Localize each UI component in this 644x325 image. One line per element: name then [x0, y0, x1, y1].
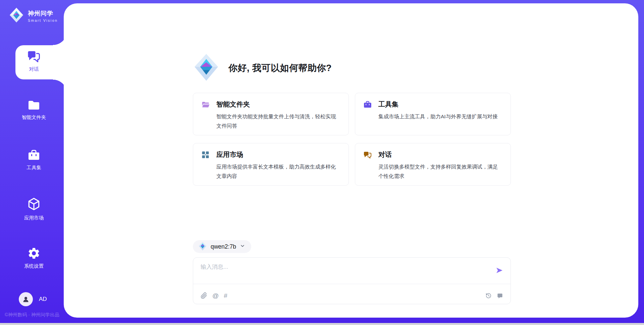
- composer-divider: [193, 284, 511, 284]
- brand-diamond-icon: [9, 7, 24, 24]
- user-name: AD: [39, 296, 47, 303]
- sidebar-item-toolkit[interactable]: 工具集: [13, 149, 54, 171]
- sidebar-item-label: 系统设置: [13, 263, 54, 269]
- greeting-title: 你好, 我可以如何帮助你?: [228, 62, 332, 74]
- brand-name: 神州问学: [28, 9, 58, 17]
- greeting-logo-icon: [193, 53, 220, 83]
- sidebar-item-chat[interactable]: 对话: [13, 50, 54, 72]
- send-icon: [495, 266, 503, 274]
- logo-diamond-icon: [198, 242, 207, 252]
- feature-cards: 智能文件夹 智能文件夹功能支持批量文件上传与清洗，轻松实现文件问答 工具集 集成…: [193, 93, 511, 186]
- folder-icon: [27, 99, 41, 113]
- briefcase-icon: [27, 149, 41, 163]
- sidebar-item-smart-folder[interactable]: 智能文件夹: [13, 99, 54, 121]
- sidebar-footer: ©神州数码 · 神州问学出品: [5, 312, 68, 318]
- send-button[interactable]: [495, 266, 504, 275]
- composer-toolbar: @ #: [201, 290, 503, 301]
- at-icon[interactable]: @: [212, 292, 219, 299]
- hash-icon[interactable]: #: [224, 292, 227, 299]
- person-icon: [22, 295, 30, 303]
- card-app-market[interactable]: 应用市场 应用市场提供丰富长文本模板，助力高效生成多样化文章内容: [193, 143, 349, 186]
- chat-icon: [27, 50, 41, 64]
- card-title: 对话: [378, 150, 498, 159]
- tab-curve-top: [53, 31, 68, 45]
- message-composer: @ #: [193, 257, 511, 304]
- gear-icon: [27, 247, 41, 261]
- card-description: 应用市场提供丰富长文本模板，助力高效生成多样化文章内容: [216, 162, 336, 181]
- grid-icon: [201, 151, 210, 185]
- card-toolkit[interactable]: 工具集 集成市场上主流工具，助力AI与外界无缝扩展与对接: [355, 93, 511, 135]
- avatar[interactable]: [19, 292, 33, 306]
- cube-icon: [27, 197, 41, 213]
- chat-icon: [363, 151, 372, 185]
- tab-curve-bottom: [53, 79, 68, 93]
- sidebar-item-settings[interactable]: 系统设置: [13, 247, 54, 269]
- sidebar-item-label: 工具集: [13, 165, 54, 171]
- attach-file-button[interactable]: [201, 292, 207, 299]
- history-button[interactable]: [485, 292, 492, 299]
- chat-square-icon: [497, 292, 503, 299]
- sidebar-item-label: 对话: [13, 66, 54, 72]
- card-description: 集成市场上主流工具，助力AI与外界无缝扩展与对接: [378, 112, 498, 121]
- briefcase-icon: [363, 101, 372, 135]
- message-input[interactable]: [201, 263, 489, 282]
- chevron-down-icon: [240, 243, 245, 250]
- window-bottom-edge: [0, 323, 644, 325]
- model-name: qwen2:7b: [211, 243, 236, 250]
- greeting-block: 你好, 我可以如何帮助你?: [193, 54, 332, 82]
- user-account[interactable]: AD: [19, 292, 47, 306]
- chat-history-button[interactable]: [497, 292, 503, 299]
- paperclip-icon: [201, 292, 207, 299]
- sidebar-item-label: 应用市场: [13, 215, 54, 221]
- card-smart-folder[interactable]: 智能文件夹 智能文件夹功能支持批量文件上传与清洗，轻松实现文件问答: [193, 93, 349, 135]
- card-description: 灵活切换多模型文件，支持多样回复效果调试，满足个性化需求: [378, 162, 498, 181]
- sidebar-item-app-market[interactable]: 应用市场: [13, 197, 54, 221]
- card-description: 智能文件夹功能支持批量文件上传与清洗，轻松实现文件问答: [216, 112, 336, 131]
- sidebar-item-label: 智能文件夹: [13, 114, 54, 121]
- folder-open-icon: [201, 101, 210, 135]
- card-title: 工具集: [378, 100, 498, 109]
- history-icon: [485, 292, 492, 299]
- model-selector[interactable]: qwen2:7b: [193, 240, 251, 253]
- brand-logo-block: 神州问学 Smart Vision: [9, 7, 58, 24]
- card-chat[interactable]: 对话 灵活切换多模型文件，支持多样回复效果调试，满足个性化需求: [355, 143, 511, 186]
- card-title: 智能文件夹: [216, 100, 336, 109]
- card-title: 应用市场: [216, 150, 336, 159]
- brand-subtitle: Smart Vision: [28, 18, 58, 22]
